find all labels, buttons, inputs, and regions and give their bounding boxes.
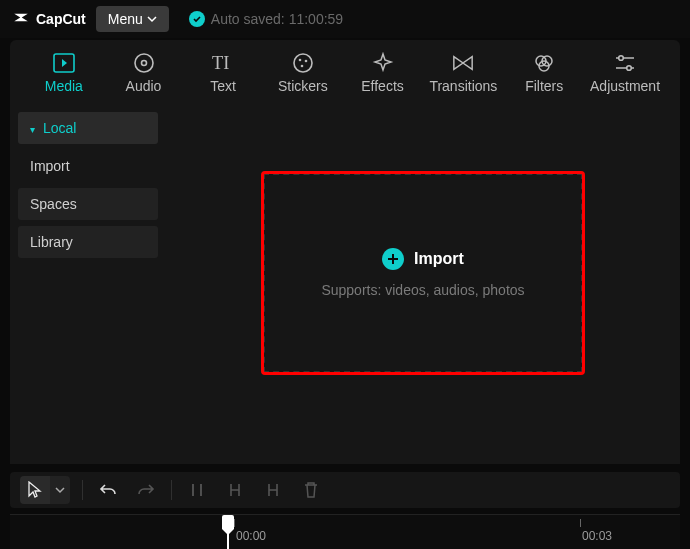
tab-label: Audio (126, 78, 162, 94)
delete-button[interactable] (298, 477, 324, 503)
tab-adjustment[interactable]: Adjustment (584, 48, 666, 98)
redo-icon (137, 482, 155, 498)
import-dropzone[interactable]: Import Supports: videos, audios, photos (263, 173, 583, 373)
sliders-icon (614, 52, 636, 74)
timecode: 00:00 (236, 529, 266, 543)
check-icon (189, 11, 205, 27)
svg-point-7 (301, 65, 304, 68)
svg-point-12 (627, 66, 632, 71)
main-area: Local Import Spaces Library Import Suppo… (10, 102, 680, 464)
undo-icon (99, 482, 117, 498)
trim-left-icon (227, 482, 243, 498)
sidebar: Local Import Spaces Library (10, 102, 166, 464)
tab-label: Effects (361, 78, 404, 94)
tab-text[interactable]: TI Text (183, 48, 263, 98)
import-label: Import (414, 250, 464, 268)
tab-label: Transitions (429, 78, 497, 94)
sidebar-item-label: Spaces (30, 196, 77, 212)
tab-label: Adjustment (590, 78, 660, 94)
trim-right-icon (265, 482, 281, 498)
tab-transitions[interactable]: Transitions (422, 48, 504, 98)
bowtie-icon (452, 52, 474, 74)
titlebar: CapCut Menu Auto saved: 11:00:59 (0, 0, 690, 38)
cookie-icon (292, 52, 314, 74)
trim-left-button[interactable] (222, 477, 248, 503)
svg-text:TI: TI (212, 53, 229, 73)
tab-effects[interactable]: Effects (343, 48, 423, 98)
sidebar-item-library[interactable]: Library (18, 226, 158, 258)
tab-filters[interactable]: Filters (504, 48, 584, 98)
capcut-logo-icon (12, 10, 30, 28)
play-icon (53, 52, 75, 74)
sparkle-icon (372, 52, 394, 74)
chevron-down-icon (50, 476, 70, 504)
category-tabs: Media Audio TI Text Stickers Effects Tra… (10, 40, 680, 102)
divider (82, 480, 83, 500)
text-icon: TI (212, 52, 234, 74)
app-name: CapCut (36, 11, 86, 27)
menu-button[interactable]: Menu (96, 6, 169, 32)
cursor-icon (20, 476, 50, 504)
filters-icon (533, 52, 555, 74)
svg-point-11 (619, 56, 624, 61)
disc-icon (133, 52, 155, 74)
split-icon (189, 482, 205, 498)
tab-media[interactable]: Media (24, 48, 104, 98)
content-area: Import Supports: videos, audios, photos (166, 102, 680, 464)
sidebar-item-label: Library (30, 234, 73, 250)
timecode: 00:03 (582, 529, 612, 543)
sidebar-item-local[interactable]: Local (18, 112, 158, 144)
svg-point-1 (135, 54, 153, 72)
tab-stickers[interactable]: Stickers (263, 48, 343, 98)
tab-label: Stickers (278, 78, 328, 94)
trim-right-button[interactable] (260, 477, 286, 503)
svg-point-5 (299, 59, 302, 62)
svg-point-2 (141, 61, 146, 66)
chevron-down-icon (147, 14, 157, 24)
autosave-text: Auto saved: 11:00:59 (211, 11, 343, 27)
split-button[interactable] (184, 477, 210, 503)
tab-audio[interactable]: Audio (104, 48, 184, 98)
cursor-tool-picker[interactable] (20, 476, 70, 504)
app-logo: CapCut (12, 10, 86, 28)
timeline-toolbar (10, 472, 680, 508)
plus-icon (382, 248, 404, 270)
menu-label: Menu (108, 11, 143, 27)
divider (171, 480, 172, 500)
sidebar-item-spaces[interactable]: Spaces (18, 188, 158, 220)
sidebar-item-label: Local (43, 120, 76, 136)
svg-point-6 (305, 60, 308, 63)
svg-point-4 (294, 54, 312, 72)
sidebar-item-import[interactable]: Import (18, 150, 158, 182)
tab-label: Text (210, 78, 236, 94)
redo-button[interactable] (133, 477, 159, 503)
autosave-status: Auto saved: 11:00:59 (189, 11, 343, 27)
import-row: Import (382, 248, 464, 270)
timeline-ruler[interactable]: 00:00 00:03 (10, 514, 680, 549)
tab-label: Media (45, 78, 83, 94)
trash-icon (303, 481, 319, 499)
tab-label: Filters (525, 78, 563, 94)
supports-text: Supports: videos, audios, photos (321, 282, 524, 298)
sidebar-item-label: Import (30, 158, 70, 174)
undo-button[interactable] (95, 477, 121, 503)
